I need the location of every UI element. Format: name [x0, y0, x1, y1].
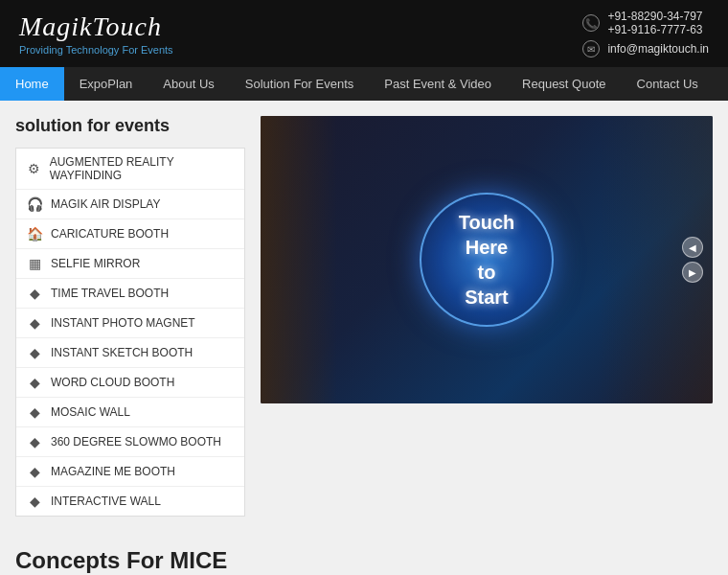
- phone1: +91-88290-34-797: [607, 10, 702, 23]
- concepts-title: Concepts For MICE: [15, 547, 713, 574]
- header: MagikTouch Providing Technology For Even…: [0, 0, 728, 67]
- touch-circle[interactable]: Touch Here to Start: [420, 193, 554, 327]
- logo-area: MagikTouch Providing Technology For Even…: [19, 12, 173, 56]
- phone2: +91-9116-7777-63: [607, 23, 702, 36]
- magazine-icon: ◆: [26, 464, 43, 479]
- navbar: Home ExpoPlan About Us Solution For Even…: [0, 67, 728, 101]
- carousel-area: Touch Here to Start ◀ ▶: [261, 116, 713, 403]
- contact-area: 📞 +91-88290-34-797 +91-9116-7777-63 ✉ in…: [582, 10, 709, 58]
- caricature-icon: 🏠: [26, 226, 43, 242]
- email-row: ✉ info@magiktouch.in: [582, 40, 709, 58]
- sidebar-item-interactive[interactable]: ◆ INTERACTIVE WALL: [16, 487, 244, 516]
- sidebar-item-photo[interactable]: ◆ INSTANT PHOTO MAGNET: [16, 309, 244, 338]
- sidebar-item-word[interactable]: ◆ WORD CLOUD BOOTH: [16, 368, 244, 398]
- sidebar-item-magazine[interactable]: ◆ MAGAZINE ME BOOTH: [16, 457, 244, 487]
- sketch-icon: ◆: [26, 345, 43, 360]
- mosaic-icon: ◆: [26, 404, 43, 420]
- sidebar-title: solution for events: [15, 116, 245, 136]
- sidebar-item-caricature[interactable]: 🏠 CARICATURE BOOTH: [16, 219, 244, 249]
- sidebar-item-augmented[interactable]: ⚙ AUGMENTED REALITY WAYFINDING: [16, 149, 244, 190]
- nav-item-contact[interactable]: Contact Us: [622, 67, 714, 101]
- carousel-prev-button[interactable]: ◀: [682, 237, 703, 258]
- nav-item-about[interactable]: About Us: [148, 67, 229, 101]
- sidebar-item-selfie[interactable]: ▦ SELFIE MIRROR: [16, 249, 244, 279]
- sidebar-item-mosaic[interactable]: ◆ MOSAIC WALL: [16, 398, 244, 427]
- concepts-section: Concepts For MICE When it comes to creat…: [0, 532, 728, 575]
- carousel-img: Touch Here to Start: [261, 116, 713, 403]
- nav-item-expoplan[interactable]: ExpoPlan: [64, 67, 148, 101]
- main-content: solution for events ⚙ AUGMENTED REALITY …: [0, 101, 728, 532]
- time-icon: ◆: [26, 286, 43, 301]
- sidebar-item-air[interactable]: 🎧 MAGIK AIR DISPLAY: [16, 190, 244, 219]
- carousel-next-button[interactable]: ▶: [682, 262, 703, 283]
- nav-item-home[interactable]: Home: [0, 67, 64, 101]
- sidebar-list: ⚙ AUGMENTED REALITY WAYFINDING 🎧 MAGIK A…: [15, 148, 245, 517]
- nav-item-solution[interactable]: Solution For Events: [230, 67, 369, 101]
- word-icon: ◆: [26, 375, 43, 390]
- sidebar: solution for events ⚙ AUGMENTED REALITY …: [15, 116, 245, 517]
- carousel-nav: ◀ ▶: [682, 237, 703, 283]
- logo-text: MagikTouch: [19, 12, 173, 42]
- phone-icon: 📞: [582, 14, 600, 32]
- phone-row: 📞 +91-88290-34-797 +91-9116-7777-63: [582, 10, 709, 36]
- augmented-icon: ⚙: [26, 161, 42, 176]
- photo-icon: ◆: [26, 315, 43, 331]
- nav-item-past[interactable]: Past Event & Video: [369, 67, 507, 101]
- email: info@magiktouch.in: [607, 42, 709, 56]
- nav-item-quote[interactable]: Request Quote: [507, 67, 621, 101]
- sidebar-item-time[interactable]: ◆ TIME TRAVEL BOOTH: [16, 279, 244, 309]
- selfie-icon: ▦: [26, 256, 43, 271]
- air-icon: 🎧: [26, 196, 43, 212]
- email-icon: ✉: [582, 40, 600, 58]
- sidebar-item-sketch[interactable]: ◆ INSTANT SKETCH BOOTH: [16, 338, 244, 368]
- interactive-icon: ◆: [26, 494, 43, 509]
- touch-text: Touch Here to Start: [459, 210, 515, 310]
- sidebar-item-360[interactable]: ◆ 360 DEGREE SLOWMO BOOTH: [16, 427, 244, 457]
- logo-sub: Providing Technology For Events: [19, 44, 173, 56]
- person-left-overlay: [261, 116, 337, 403]
- 360-icon: ◆: [26, 434, 43, 449]
